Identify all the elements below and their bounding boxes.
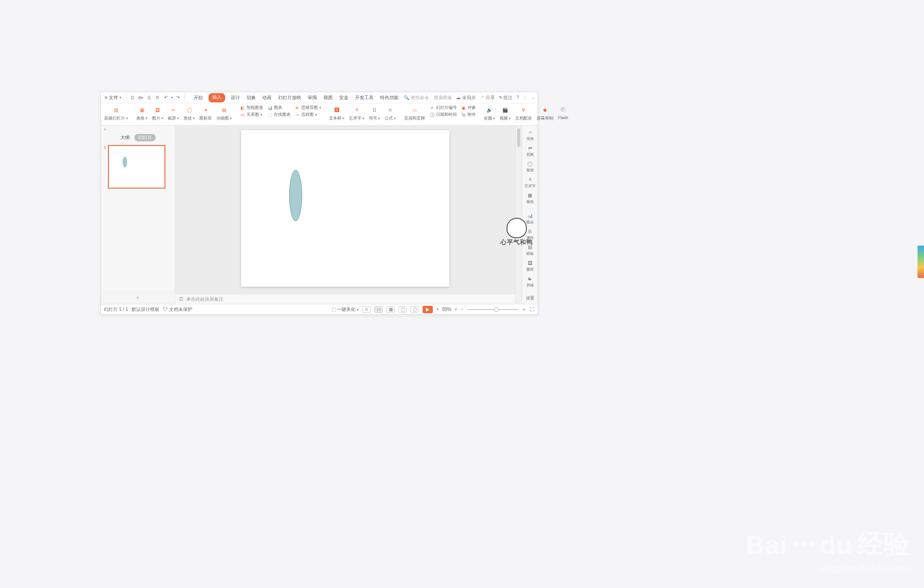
undo-dropdown[interactable]: ▾ (171, 95, 173, 100)
status-template[interactable]: 默认设计模板 (132, 306, 159, 313)
new-icon[interactable]: 🗋 (129, 95, 136, 101)
tab-animation[interactable]: 动画 (261, 93, 272, 102)
view-reading-icon[interactable]: ▢ (399, 306, 407, 313)
dock-wordart[interactable]: Ａ艺术字 (525, 176, 536, 189)
ribbon-relation[interactable]: ⊶关系图▾ (240, 112, 263, 118)
ribbon-header-footer[interactable]: ▭页眉和页脚 (403, 104, 426, 122)
ribbon-shape[interactable]: ◯形状 (182, 104, 196, 122)
zoom-slider-knob[interactable] (494, 307, 499, 312)
ribbon-audio[interactable]: 🔊音频 (482, 104, 496, 122)
ribbon-icons[interactable]: ✦图标库 (198, 104, 213, 122)
ribbon-attachment[interactable]: 📎附件 (461, 112, 476, 118)
status-protect[interactable]: 🛡 文档未保护 (163, 306, 192, 313)
dock-style[interactable]: ☯风格 (526, 275, 534, 288)
more-icon[interactable]: ⋮ (523, 95, 527, 100)
zoom-slider[interactable] (467, 309, 518, 310)
ribbon-function-chart[interactable]: ▤功能图 (215, 104, 233, 122)
slide-thumbnail[interactable] (108, 145, 165, 189)
tab-special[interactable]: 特色功能 (379, 93, 399, 102)
ribbon-flowchart[interactable]: ⇢流程图▾ (294, 112, 321, 118)
tab-insert[interactable]: 插入 (209, 93, 225, 102)
tab-devtools[interactable]: 开发工具 (354, 93, 374, 102)
ribbon-screenshot[interactable]: ✂截屏 (166, 104, 180, 122)
dock-gallery[interactable]: 🖼图库 (526, 259, 534, 272)
help-icon[interactable]: ? (516, 95, 519, 100)
save-icon[interactable]: ⎘ (154, 95, 161, 101)
ribbon-tabs: 开始 插入 设计 切换 动画 幻灯片放映 审阅 视图 安全 开发工具 特色功能 (193, 93, 399, 102)
annotate-button[interactable]: ✎ 批注 (499, 95, 513, 101)
status-protect-label: 文档未保护 (169, 307, 192, 312)
ribbon-formula[interactable]: π公式 (383, 104, 397, 122)
ribbon-flash[interactable]: ⒻFlash (557, 104, 570, 120)
play-button[interactable]: ▶ (423, 306, 433, 313)
play-dropdown-icon[interactable]: ▾ (437, 307, 438, 311)
ribbon-mindmap[interactable]: ✲思维导图▾ (294, 105, 321, 111)
ribbon-video[interactable]: 🎬视频 (498, 104, 512, 122)
ribbon-slide-number[interactable]: #幻灯片编号 (429, 105, 457, 111)
flowchart-label: 流程图 (301, 112, 314, 118)
status-beautify[interactable]: ⬚ 一键美化 ▾ (332, 306, 359, 313)
dock-color[interactable]: ▦颜色 (526, 191, 534, 204)
canvas-viewport[interactable] (175, 126, 515, 294)
tab-slideshow[interactable]: 幻灯片放映 (277, 93, 302, 102)
view-normal-icon[interactable]: ▭ (374, 306, 383, 313)
zoom-value[interactable]: 69% (442, 307, 451, 312)
zoom-out-button[interactable]: − (461, 307, 463, 312)
tab-design[interactable]: 设计 (230, 93, 241, 102)
notes-bar[interactable]: 🗒 单击此处添加备注 (175, 294, 515, 304)
ribbon-chart[interactable]: 📊图表 (267, 105, 291, 111)
print-icon[interactable]: ⎙ (146, 95, 152, 101)
ribbon-object[interactable]: ▣对象 (461, 105, 476, 111)
file-menu[interactable]: ≡ 文件 ▾ (103, 94, 123, 102)
open-icon[interactable]: 🗁 (138, 95, 144, 101)
ribbon-online-chart[interactable]: ⬚在线图表 (267, 112, 291, 118)
dock-shape[interactable]: ◯形状 (526, 160, 534, 173)
slide[interactable] (241, 130, 449, 287)
ribbon-datetime[interactable]: 🕓日期和时间 (429, 112, 457, 118)
ribbon-table[interactable]: ▦表格 (135, 104, 149, 122)
dock-animation[interactable]: ✧动画 (526, 128, 534, 141)
panel-collapse-icon[interactable]: « (101, 126, 175, 132)
view-outline-icon[interactable]: ≡ (362, 306, 371, 313)
ribbon-screen-record[interactable]: ⏺屏幕录制 (535, 104, 555, 122)
wordart-label: 艺术字 (349, 115, 364, 121)
collapse-ribbon-icon[interactable]: ︿ (531, 95, 536, 101)
panel-tab-outline[interactable]: 大纲 (120, 134, 130, 141)
dock-chart-label: 图表 (526, 220, 534, 225)
scrollbar-thumb[interactable] (517, 128, 520, 147)
dock-chart[interactable]: 📊图表 (526, 212, 534, 225)
ribbon-graphics-col2: 📊图表 ⬚在线图表 (266, 104, 291, 118)
tab-start[interactable]: 开始 (193, 93, 204, 102)
tab-view[interactable]: 视图 (323, 93, 334, 102)
panel-tab-slides[interactable]: 幻灯片 (134, 134, 156, 141)
dock-property[interactable]: ☰属性 (526, 228, 534, 240)
ribbon-symbol[interactable]: Ω符号 (367, 104, 381, 122)
view-present-icon[interactable]: ▢ (411, 306, 419, 313)
undo-icon[interactable]: ↶ (163, 95, 169, 101)
ribbon-smart-graphic[interactable]: ◧智能图形 (240, 105, 263, 111)
share-button[interactable]: ↗ 分享 (480, 95, 495, 101)
ribbon-textbox[interactable]: 🅰文本框 (328, 104, 346, 122)
zoom-dropdown-icon[interactable]: ▾ (455, 307, 457, 311)
zoom-in-button[interactable]: ＋ (522, 306, 526, 313)
ribbon-doc-voice[interactable]: 🎙文档配音 (514, 104, 533, 122)
tab-transition[interactable]: 切换 (246, 93, 257, 102)
fit-screen-icon[interactable]: ⛶ (530, 307, 535, 312)
ellipse-shape[interactable] (289, 170, 302, 221)
dock-settings[interactable]: 设置 (526, 295, 534, 303)
search-box[interactable]: 🔍 查找命令、搜索模板 (404, 95, 452, 101)
add-slide-button[interactable]: + (101, 291, 175, 304)
view-sorter-icon[interactable]: ▦ (386, 306, 395, 313)
ribbon-picture[interactable]: 🖼图片 (151, 104, 165, 122)
ribbon-wordart[interactable]: Ａ艺术字 (348, 104, 366, 122)
dock-template[interactable]: ▤模板 (526, 243, 534, 256)
redo-icon[interactable]: ↷ (175, 95, 181, 101)
animation-icon: ✧ (526, 128, 534, 136)
tab-security[interactable]: 安全 (338, 93, 349, 102)
dock-transition[interactable]: ⇄切换 (526, 144, 534, 157)
vertical-scrollbar[interactable] (515, 126, 522, 304)
cloud-unsynced[interactable]: ☁ 未同步 (456, 95, 476, 101)
ribbon-new-slide[interactable]: ▥ 新建幻灯片 (103, 104, 129, 122)
symbol-icon: Ω (373, 105, 376, 115)
tab-review[interactable]: 审阅 (307, 93, 318, 102)
